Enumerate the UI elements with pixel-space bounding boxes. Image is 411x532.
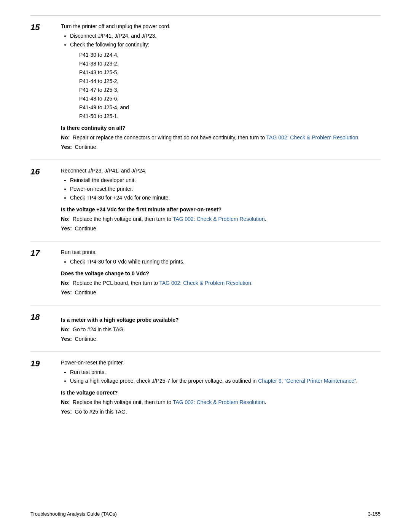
tag-link[interactable]: TAG 002: Check & Problem Resolution xyxy=(173,216,265,222)
step-16-bullets: Reinstall the developer unit. Power-on-r… xyxy=(70,176,381,202)
step-18-answer-no: No: Go to #24 in this TAG. xyxy=(61,326,381,334)
answer-label-yes: Yes: xyxy=(61,289,72,296)
answer-label-no: No: xyxy=(61,280,70,286)
step-19-question: Is the voltage correct? xyxy=(61,389,381,397)
step-17-answer-no: No: Replace the PCL board, then turn to … xyxy=(61,279,381,287)
list-item: P41-44 to J25-2, xyxy=(79,77,381,85)
list-item: Run test prints. xyxy=(70,368,381,376)
step-row-15: 15 Turn the printer off and unplug the p… xyxy=(30,15,381,160)
step-row-19: 19 Power-on-reset the printer. Run test … xyxy=(30,351,381,424)
list-item: Check the following for continuity: xyxy=(70,41,381,49)
answer-label-no: No: xyxy=(61,326,70,332)
step-17-intro: Run test prints. xyxy=(61,248,381,256)
step-15-answer-no: No: Repair or replace the connectors or … xyxy=(61,134,381,142)
step-19-bullets: Run test prints. Using a high voltage pr… xyxy=(70,368,381,385)
list-item: P41-38 to J23-2, xyxy=(79,60,381,68)
step-content-16: Reconnect J/P23, J/P41, and J/P24. Reins… xyxy=(57,167,381,234)
answer-label-yes: Yes: xyxy=(61,225,72,232)
answer-label-yes: Yes: xyxy=(61,336,72,342)
answer-label-no: No: xyxy=(61,216,70,222)
tag-link[interactable]: TAG 002: Check & Problem Resolution xyxy=(266,134,358,141)
step-19-intro: Power-on-reset the printer. xyxy=(61,359,381,367)
step-number-18: 18 xyxy=(30,312,57,322)
answer-label-yes: Yes: xyxy=(61,409,72,415)
step-number-15: 15 xyxy=(30,22,57,32)
answer-label-yes: Yes: xyxy=(61,144,72,150)
step-15-sublist: P41-30 to J24-4, P41-38 to J23-2, P41-43… xyxy=(79,51,381,120)
step-16-question: Is the voltage +24 Vdc for the first min… xyxy=(61,206,381,214)
step-19-answer-yes: Yes: Go to #25 in this TAG. xyxy=(61,408,381,416)
step-15-intro: Turn the printer off and unplug the powe… xyxy=(61,22,381,30)
footer-right-text: 3-155 xyxy=(368,511,381,517)
step-15-question: Is there continuity on all? xyxy=(61,124,381,132)
page-container: 15 Turn the printer off and unplug the p… xyxy=(30,15,381,424)
step-16-answer-yes: Yes: Continue. xyxy=(61,225,381,233)
list-item: Disconnect J/P41, J/P24, and J/P23. xyxy=(70,32,381,40)
list-item: P41-43 to J25-5, xyxy=(79,69,381,77)
step-16-answer-no: No: Replace the high voltage unit, then … xyxy=(61,215,381,223)
step-number-17: 17 xyxy=(30,248,57,258)
step-15-answer-yes: Yes: Continue. xyxy=(61,143,381,151)
step-row-18: 18 Is a meter with a high voltage probe … xyxy=(30,305,381,351)
list-item: Check TP4-30 for 0 Vdc while running the… xyxy=(70,258,381,266)
list-item: P41-30 to J24-4, xyxy=(79,51,381,59)
list-item: P41-48 to J25-6, xyxy=(79,95,381,103)
step-content-18: Is a meter with a high voltage probe ava… xyxy=(57,312,381,345)
step-content-17: Run test prints. Check TP4-30 for 0 Vdc … xyxy=(57,248,381,298)
step-18-question: Is a meter with a high voltage probe ava… xyxy=(61,316,381,324)
answer-label-no: No: xyxy=(61,399,70,405)
step-16-intro: Reconnect J/P23, J/P41, and J/P24. xyxy=(61,167,381,175)
step-17-question: Does the voltage change to 0 Vdc? xyxy=(61,270,381,278)
tag-link[interactable]: TAG 002: Check & Problem Resolution xyxy=(173,399,265,405)
answer-label-no: No: xyxy=(61,134,70,141)
list-item: Power-on-reset the printer. xyxy=(70,185,381,193)
list-item: P41-47 to J25-3, xyxy=(79,86,381,94)
list-item: P41-50 to J25-1. xyxy=(79,112,381,120)
list-item: Check TP4-30 for +24 Vdc for one minute. xyxy=(70,194,381,202)
step-number-19: 19 xyxy=(30,359,57,369)
page-footer: Troubleshooting Analysis Guide (TAGs) 3-… xyxy=(0,511,411,517)
step-row-16: 16 Reconnect J/P23, J/P41, and J/P24. Re… xyxy=(30,160,381,241)
step-row-17: 17 Run test prints. Check TP4-30 for 0 V… xyxy=(30,241,381,305)
step-18-answer-yes: Yes: Continue. xyxy=(61,335,381,343)
step-number-16: 16 xyxy=(30,167,57,177)
list-item: P41-49 to J25-4, and xyxy=(79,104,381,112)
footer-left-text: Troubleshooting Analysis Guide (TAGs) xyxy=(30,511,117,517)
chapter-link[interactable]: Chapter 9, “General Printer Maintenance” xyxy=(258,378,356,384)
step-17-answer-yes: Yes: Continue. xyxy=(61,289,381,297)
list-item: Using a high voltage probe, check J/P25-… xyxy=(70,377,381,385)
list-item: Reinstall the developer unit. xyxy=(70,176,381,184)
step-19-answer-no: No: Replace the high voltage unit, then … xyxy=(61,398,381,406)
tag-link[interactable]: TAG 002: Check & Problem Resolution xyxy=(159,280,251,286)
step-content-19: Power-on-reset the printer. Run test pri… xyxy=(57,359,381,417)
step-17-bullets: Check TP4-30 for 0 Vdc while running the… xyxy=(70,258,381,266)
step-content-15: Turn the printer off and unplug the powe… xyxy=(57,22,381,153)
step-15-bullets: Disconnect J/P41, J/P24, and J/P23. Chec… xyxy=(70,32,381,49)
